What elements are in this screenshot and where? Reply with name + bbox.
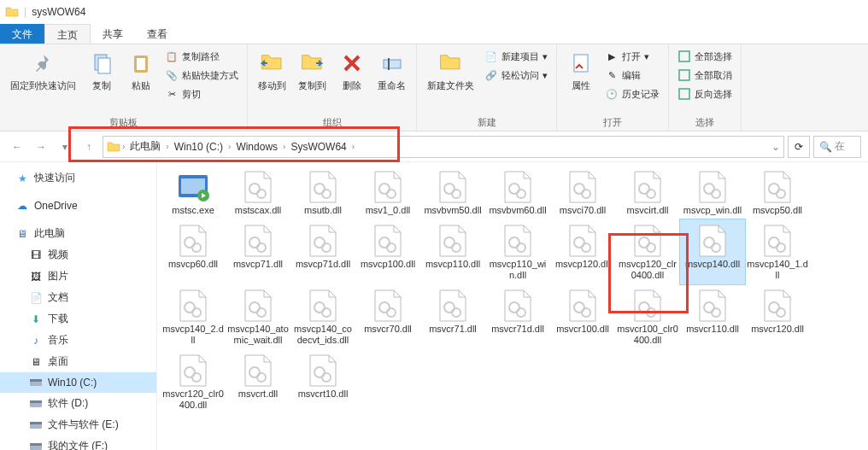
file-item[interactable]: msvcr110.dll <box>680 284 745 349</box>
pc-icon <box>107 140 120 154</box>
sidebar-drive-e[interactable]: 文件与软件 (E:) <box>0 414 156 435</box>
properties-button[interactable]: 属性 <box>562 46 600 95</box>
sidebar-downloads[interactable]: ⬇下载 <box>0 308 156 330</box>
file-item[interactable]: msvcrt.dll <box>226 349 290 414</box>
file-item[interactable]: msvbvm60.dll <box>485 166 550 219</box>
file-item[interactable]: msvcr70.dll <box>355 284 420 349</box>
moveto-button[interactable]: 移动到 <box>253 46 291 95</box>
refresh-button[interactable]: ⟳ <box>788 136 810 158</box>
invertsel-button[interactable]: 反向选择 <box>677 85 732 102</box>
forward-button[interactable]: → <box>31 137 51 157</box>
file-item[interactable]: msvcp110_win.dll <box>485 219 550 284</box>
easyaccess-button[interactable]: 🔗轻松访问▾ <box>484 67 548 84</box>
tab-file[interactable]: 文件 <box>0 24 44 44</box>
dll-icon <box>175 353 211 389</box>
paste-button[interactable]: 粘贴 <box>122 46 160 95</box>
group-clipboard-label: 剪贴板 <box>5 114 242 131</box>
file-item[interactable]: msvci70.dll <box>550 166 615 219</box>
tab-view[interactable]: 查看 <box>135 24 179 44</box>
file-label: msvcp71.dll <box>233 259 283 270</box>
search-input[interactable]: 🔍 在 <box>813 136 861 158</box>
copyto-button[interactable]: 复制到 <box>293 46 331 95</box>
dll-icon <box>240 169 276 205</box>
delete-icon <box>338 50 366 77</box>
file-item[interactable]: msvcp60.dll <box>161 219 226 284</box>
newitem-button[interactable]: 📄新建项目▾ <box>484 48 548 65</box>
chevron-down-icon: ▾ <box>542 51 548 62</box>
file-item[interactable]: msvbvm50.dll <box>420 166 485 219</box>
file-item[interactable]: msvcp140_codecvt_ids.dll <box>290 284 355 349</box>
recent-dropdown[interactable]: ▾ <box>55 137 75 157</box>
ribbon-tabs: 文件 主页 共享 查看 <box>0 24 868 44</box>
tab-share[interactable]: 共享 <box>91 24 135 44</box>
pin-button[interactable]: 固定到快速访问 <box>5 46 81 95</box>
file-item[interactable]: msvcp50.dll <box>745 166 810 219</box>
cut-button[interactable]: ✂剪切 <box>165 85 238 102</box>
crumb-1[interactable]: Win10 (C:) <box>171 141 226 153</box>
open-button[interactable]: ▶打开▾ <box>605 48 660 65</box>
chevron-down-icon: ▾ <box>644 51 649 62</box>
sidebar-quickaccess[interactable]: ★快速访问 <box>0 167 156 189</box>
sidebar-onedrive[interactable]: ☁OneDrive <box>0 196 156 216</box>
file-item[interactable]: msvcp110.dll <box>420 219 485 284</box>
file-item[interactable]: mstscax.dll <box>226 166 290 219</box>
tab-home[interactable]: 主页 <box>44 24 91 44</box>
sidebar-desktop[interactable]: 🖥桌面 <box>0 351 156 372</box>
edit-button[interactable]: ✎编辑 <box>605 67 660 84</box>
copy-icon <box>88 50 115 77</box>
sidebar-drive-c[interactable]: Win10 (C:) <box>0 372 156 393</box>
file-item[interactable]: msvcp71.dll <box>226 219 290 284</box>
file-item[interactable]: mstsc.exe <box>161 166 226 219</box>
pasteshortcut-button[interactable]: 📎粘贴快捷方式 <box>165 67 238 84</box>
file-item[interactable]: msvcrt10.dll <box>290 349 355 414</box>
sidebar-drive-f[interactable]: 我的文件 (F:) <box>0 435 156 450</box>
sidebar-music[interactable]: ♪音乐 <box>0 330 156 351</box>
file-item[interactable]: msvcr100_clr0400.dll <box>615 284 680 349</box>
history-button[interactable]: 🕑历史记录 <box>605 85 660 102</box>
dll-icon <box>370 223 406 259</box>
file-item[interactable]: msvcp140_atomic_wait.dll <box>226 284 290 349</box>
sidebar-documents[interactable]: 📄文档 <box>0 287 156 308</box>
sidebar-drive-d[interactable]: 软件 (D:) <box>0 393 156 414</box>
file-item[interactable]: msvcp100.dll <box>355 219 420 284</box>
moveto-icon <box>259 50 286 77</box>
addressbar[interactable]: › 此电脑 › Win10 (C:) › Windows › SysWOW64 … <box>103 136 784 158</box>
file-item[interactable]: msvcp140_1.dll <box>745 219 810 284</box>
file-item[interactable]: msvcp120_clr0400.dll <box>615 219 680 284</box>
crumb-0[interactable]: 此电脑 <box>126 139 164 154</box>
file-item[interactable]: msvcp71d.dll <box>290 219 355 284</box>
sidebar-videos[interactable]: 🎞视频 <box>0 244 156 266</box>
addressbar-dropdown[interactable]: ⌄ <box>771 141 780 153</box>
file-item[interactable]: msvcp_win.dll <box>680 166 745 219</box>
copypath-button[interactable]: 📋复制路径 <box>165 48 238 65</box>
dll-icon <box>630 288 666 324</box>
file-item[interactable]: msutb.dll <box>290 166 355 219</box>
up-button[interactable]: ↑ <box>79 137 99 157</box>
sidebar-thispc[interactable]: 🖥此电脑 <box>0 223 156 244</box>
file-item[interactable]: msvcp140_2.dll <box>161 284 226 349</box>
file-item[interactable]: msvcr120.dll <box>745 284 810 349</box>
file-item[interactable]: msvcr71.dll <box>420 284 485 349</box>
file-item[interactable]: msv1_0.dll <box>355 166 420 219</box>
sidebar-pictures[interactable]: 🖼图片 <box>0 266 156 287</box>
dll-icon <box>370 169 406 205</box>
selectnone-button[interactable]: 全部取消 <box>677 67 732 84</box>
back-button[interactable]: ← <box>7 137 27 157</box>
file-item[interactable]: msvcr120_clr0400.dll <box>161 349 226 414</box>
crumb-2[interactable]: Windows <box>232 141 281 153</box>
copy-button[interactable]: 复制 <box>83 46 120 95</box>
rename-button[interactable]: 重命名 <box>372 46 411 95</box>
crumb-3[interactable]: SysWOW64 <box>287 141 349 153</box>
file-label: msvcp140_1.dll <box>747 259 808 281</box>
file-item[interactable]: msvcr100.dll <box>550 284 615 349</box>
dll-icon <box>175 288 211 324</box>
open-icon: ▶ <box>605 50 619 63</box>
file-item[interactable]: msvcp140.dll <box>680 219 745 284</box>
newfolder-button[interactable]: 新建文件夹 <box>422 46 479 95</box>
delete-button[interactable]: 删除 <box>333 46 371 95</box>
file-item[interactable]: msvcirt.dll <box>615 166 680 219</box>
selectall-button[interactable]: 全部选择 <box>677 48 732 65</box>
file-item[interactable]: msvcp120.dll <box>550 219 615 284</box>
file-label: msvcp140_atomic_wait.dll <box>227 324 289 346</box>
file-item[interactable]: msvcr71d.dll <box>485 284 550 349</box>
